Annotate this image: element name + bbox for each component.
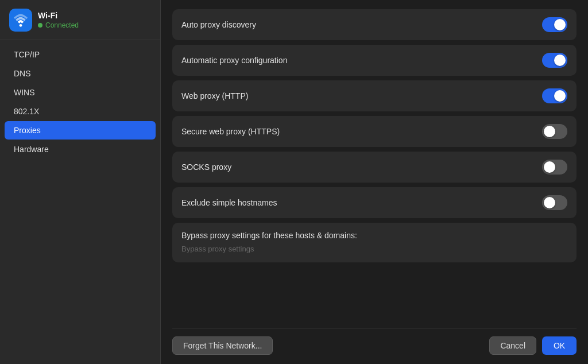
setting-label-web-proxy-http: Web proxy (HTTP) bbox=[181, 91, 248, 100]
status-label: Connected bbox=[45, 21, 79, 29]
sidebar-header-text: Wi-Fi Connected bbox=[38, 11, 79, 29]
sidebar-item-8021x[interactable]: 802.1X bbox=[5, 102, 156, 121]
sidebar-item-proxies[interactable]: Proxies bbox=[5, 121, 156, 140]
toggle-auto-proxy-discovery[interactable] bbox=[542, 17, 567, 32]
svg-point-0 bbox=[20, 24, 22, 27]
sidebar-item-dns[interactable]: DNS bbox=[5, 64, 156, 83]
setting-label-auto-proxy-config: Automatic proxy configuration bbox=[181, 56, 287, 65]
setting-row-auto-proxy-config: Automatic proxy configuration bbox=[172, 45, 577, 76]
cancel-button[interactable]: Cancel bbox=[489, 336, 536, 355]
status-dot bbox=[38, 23, 42, 28]
bypass-placeholder[interactable]: Bypass proxy settings bbox=[181, 245, 254, 253]
wifi-icon bbox=[13, 12, 29, 28]
settings-list: Auto proxy discoveryAutomatic proxy conf… bbox=[172, 9, 577, 323]
main-content: Auto proxy discoveryAutomatic proxy conf… bbox=[161, 0, 588, 364]
toggle-exclude-hostnames[interactable] bbox=[542, 195, 567, 210]
toggle-secure-web-proxy[interactable] bbox=[542, 124, 567, 139]
setting-row-exclude-hostnames: Exclude simple hostnames bbox=[172, 187, 577, 218]
setting-row-secure-web-proxy: Secure web proxy (HTTPS) bbox=[172, 116, 577, 147]
sidebar-nav: TCP/IPDNSWINS802.1XProxiesHardware bbox=[0, 40, 160, 364]
setting-row-web-proxy-http: Web proxy (HTTP) bbox=[172, 80, 577, 111]
setting-label-exclude-hostnames: Exclude simple hostnames bbox=[181, 198, 277, 207]
sidebar-item-wins[interactable]: WINS bbox=[5, 83, 156, 102]
forget-network-button[interactable]: Forget This Network... bbox=[172, 336, 273, 355]
setting-label-socks-proxy: SOCKS proxy bbox=[181, 162, 231, 172]
bypass-proxy-row: Bypass proxy settings for these hosts & … bbox=[172, 223, 577, 262]
toggle-auto-proxy-config[interactable] bbox=[542, 53, 567, 68]
ok-button[interactable]: OK bbox=[542, 336, 577, 355]
setting-label-auto-proxy-discovery: Auto proxy discovery bbox=[181, 20, 256, 29]
sidebar-header: Wi-Fi Connected bbox=[0, 0, 160, 40]
bypass-label: Bypass proxy settings for these hosts & … bbox=[181, 231, 357, 240]
network-name: Wi-Fi bbox=[38, 11, 79, 20]
toggle-socks-proxy[interactable] bbox=[542, 160, 567, 175]
sidebar: Wi-Fi Connected TCP/IPDNSWINS802.1XProxi… bbox=[0, 0, 161, 364]
footer-right-buttons: Cancel OK bbox=[489, 336, 577, 355]
footer: Forget This Network... Cancel OK bbox=[172, 328, 577, 355]
sidebar-item-tcpip[interactable]: TCP/IP bbox=[5, 45, 156, 64]
toggle-web-proxy-http[interactable] bbox=[542, 88, 567, 103]
setting-row-socks-proxy: SOCKS proxy bbox=[172, 152, 577, 183]
setting-row-auto-proxy-discovery: Auto proxy discovery bbox=[172, 9, 577, 40]
setting-label-secure-web-proxy: Secure web proxy (HTTPS) bbox=[181, 127, 280, 136]
connection-status: Connected bbox=[38, 21, 79, 29]
sidebar-item-hardware[interactable]: Hardware bbox=[5, 140, 156, 158]
wifi-icon-container bbox=[9, 9, 32, 32]
